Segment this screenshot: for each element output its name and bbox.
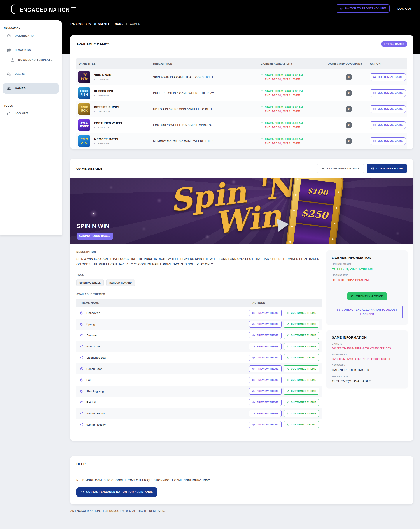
sidebar-item-drawings[interactable]: DRAWINGS bbox=[0, 45, 62, 55]
available-games-title: AVAILABLE GAMES bbox=[76, 42, 110, 46]
customize-game-button[interactable]: CUSTOMIZE GAME bbox=[370, 89, 406, 97]
sidebar-item-label: DRAWINGS bbox=[15, 49, 31, 52]
palette-icon bbox=[80, 423, 84, 426]
preview-theme-button[interactable]: PREVIEW THEME bbox=[249, 421, 281, 428]
switch-to-frontend-button[interactable]: SWITCH TO FRONTEND VIEW bbox=[336, 4, 390, 13]
sidebar-item-logout[interactable]: LOG OUT bbox=[0, 108, 62, 119]
customize-theme-button[interactable]: CUSTOMIZE THEME bbox=[283, 343, 319, 350]
breadcrumb-separator: › bbox=[126, 22, 127, 26]
hamburger-menu-button[interactable] bbox=[70, 6, 77, 12]
close-label: CLOSE GAME DETAILS bbox=[327, 167, 359, 170]
preview-theme-label: PREVIEW THEME bbox=[257, 367, 279, 370]
game-title: FORTUNES WHEEL bbox=[94, 121, 123, 125]
customize-game-button[interactable]: CUSTOMIZE GAME bbox=[370, 137, 406, 145]
game-id: ID: 21B63C1E... bbox=[94, 126, 123, 129]
column-description: DESCRIPTION bbox=[153, 62, 261, 65]
customize-theme-label: CUSTOMIZE THEME bbox=[291, 323, 316, 325]
customize-game-button[interactable]: CUSTOMIZE GAME bbox=[370, 105, 406, 113]
preview-theme-button[interactable]: PREVIEW THEME bbox=[249, 343, 281, 350]
customize-theme-button[interactable]: CUSTOMIZE THEME bbox=[283, 421, 319, 428]
game-details-title: GAME DETAILS bbox=[76, 167, 102, 170]
customize-theme-button[interactable]: CUSTOMIZE THEME bbox=[283, 310, 319, 316]
palette-icon bbox=[80, 356, 84, 359]
game-description: PUFFER FISH IS A GAME WHERE THE PLAY... bbox=[153, 92, 261, 95]
game-title: BESSIES BUCKS bbox=[94, 106, 119, 109]
preview-theme-button[interactable]: PREVIEW THEME bbox=[249, 399, 281, 406]
contact-adjust-licenses-button[interactable]: CONTACT ENGAGED NATION TO ADJUST LICENSE… bbox=[332, 305, 403, 319]
game-thumbnail: UFFE FISH bbox=[78, 87, 90, 99]
customize-game-button[interactable]: CUSTOMIZE GAME bbox=[370, 73, 406, 81]
table-row-memory-match[interactable]: EMO ATC MEMORY MATCH ID: EE969D8E... MEM… bbox=[76, 133, 407, 149]
slot-value-top: $100 bbox=[298, 178, 336, 205]
sidebar-item-users[interactable]: USERS bbox=[0, 69, 62, 79]
thumb-text: FISH bbox=[80, 93, 88, 96]
main-content: AVAILABLE GAMES 5 TOTAL GAMES GAME TITLE… bbox=[70, 0, 413, 523]
theme-row-valentines-day: Valentines Day PREVIEW THEME CUSTOMIZE T… bbox=[76, 352, 322, 363]
customize-theme-label: CUSTOMIZE THEME bbox=[291, 367, 316, 370]
customize-theme-button[interactable]: CUSTOMIZE THEME bbox=[283, 354, 319, 361]
preview-theme-button[interactable]: PREVIEW THEME bbox=[249, 365, 281, 372]
table-row-bessies-bucks[interactable]: SSIE UCK BESSIES BUCKS ID: DF73E3DE... U… bbox=[76, 101, 407, 117]
gear-icon bbox=[286, 412, 289, 415]
customize-theme-button[interactable]: CUSTOMIZE THEME bbox=[283, 365, 319, 372]
engaged-nation-logo[interactable]: ENGAGED NATION bbox=[9, 3, 78, 17]
preview-theme-button[interactable]: PREVIEW THEME bbox=[249, 354, 281, 361]
logout-top-button[interactable]: LOG OUT bbox=[396, 7, 413, 11]
preview-theme-button[interactable]: PREVIEW THEME bbox=[249, 332, 281, 339]
preview-theme-label: PREVIEW THEME bbox=[257, 334, 279, 337]
config-count-badge: 0 bbox=[346, 90, 352, 96]
game-info-title: GAME INFORMATION bbox=[332, 335, 403, 339]
customize-theme-button[interactable]: CUSTOMIZE THEME bbox=[283, 388, 319, 395]
preview-theme-button[interactable]: PREVIEW THEME bbox=[249, 310, 281, 316]
close-game-details-button[interactable]: CLOSE GAME DETAILS bbox=[317, 164, 364, 173]
category-badge: CASINO / LUCK-BASED bbox=[76, 233, 113, 239]
preview-theme-button[interactable]: PREVIEW THEME bbox=[249, 410, 281, 417]
banner-sparkles bbox=[93, 213, 94, 214]
theme-name: Valentines Day bbox=[86, 356, 106, 359]
customize-game-label: CUSTOMIZE GAME bbox=[378, 139, 403, 143]
eye-icon bbox=[252, 367, 255, 370]
eye-icon bbox=[252, 412, 255, 415]
customize-game-header-button[interactable]: CUSTOMIZE GAME bbox=[367, 164, 407, 173]
customize-theme-label: CUSTOMIZE THEME bbox=[291, 334, 316, 337]
table-row-puffer-fish[interactable]: UFFE FISH PUFFER FISH ID: 6D9B1662... PU… bbox=[76, 85, 407, 101]
preview-theme-label: PREVIEW THEME bbox=[257, 412, 279, 415]
game-description: MEMORY MATCH IS A GAME WHERE THE P... bbox=[153, 139, 261, 143]
gear-icon bbox=[286, 367, 289, 370]
breadcrumb-home-link[interactable]: HOME bbox=[115, 22, 123, 26]
themes-table: THEME NAME ACTIONS Halloween PREVIEW THE… bbox=[76, 299, 322, 430]
preview-theme-label: PREVIEW THEME bbox=[257, 312, 279, 314]
customize-theme-button[interactable]: CUSTOMIZE THEME bbox=[283, 332, 319, 339]
customize-theme-button[interactable]: CUSTOMIZE THEME bbox=[283, 321, 319, 328]
calendar-icon bbox=[332, 267, 335, 271]
sidebar-item-download-template[interactable]: DOWNLOAD TEMPLATE bbox=[0, 55, 62, 65]
sidebar-item-games[interactable]: GAMES bbox=[3, 83, 59, 94]
help-question: NEED MORE GAMES TO CHOOSE FROM? OTHER QU… bbox=[76, 478, 407, 482]
gamepad-icon bbox=[340, 7, 343, 10]
customize-game-button[interactable]: CUSTOMIZE GAME bbox=[370, 121, 406, 129]
gear-icon bbox=[286, 356, 289, 359]
preview-theme-button[interactable]: PREVIEW THEME bbox=[249, 321, 281, 328]
game-title: PUFFER FISH bbox=[94, 90, 115, 93]
sidebar: NAVIGATION DASHBOARD DRAWINGS DOWNLOAD T… bbox=[0, 20, 62, 235]
sidebar-item-dashboard[interactable]: DASHBOARD bbox=[0, 31, 62, 41]
eye-icon bbox=[252, 423, 255, 426]
sidebar-section-tools: TOOLS bbox=[0, 98, 62, 108]
game-thumbnail: RTUN WHEE bbox=[78, 119, 90, 131]
table-row-spin-n-win[interactable]: 'N Win SPIN N WIN ID: C478F8F3... SPIN &… bbox=[76, 69, 407, 85]
customize-theme-label: CUSTOMIZE THEME bbox=[291, 379, 316, 381]
table-row-fortunes-wheel[interactable]: RTUN WHEE FORTUNES WHEEL ID: 21B63C1E...… bbox=[76, 117, 407, 133]
customize-theme-button[interactable]: CUSTOMIZE THEME bbox=[283, 377, 319, 384]
customize-theme-button[interactable]: CUSTOMIZE THEME bbox=[283, 410, 319, 417]
preview-theme-label: PREVIEW THEME bbox=[257, 345, 279, 348]
thumb-text: UCK bbox=[81, 109, 88, 112]
game-id-label: GAME ID bbox=[332, 343, 403, 345]
customize-theme-label: CUSTOMIZE THEME bbox=[291, 356, 316, 359]
breadcrumb-divider bbox=[112, 21, 112, 26]
tag-chip: SPINNING WHEEL bbox=[76, 279, 104, 286]
contact-assistance-button[interactable]: CONTACT ENGAGED NATION FOR ASSISTANCE bbox=[76, 487, 157, 497]
preview-theme-button[interactable]: PREVIEW THEME bbox=[249, 377, 281, 384]
preview-theme-button[interactable]: PREVIEW THEME bbox=[249, 388, 281, 395]
lock-icon bbox=[7, 111, 11, 116]
customize-theme-button[interactable]: CUSTOMIZE THEME bbox=[283, 399, 319, 406]
